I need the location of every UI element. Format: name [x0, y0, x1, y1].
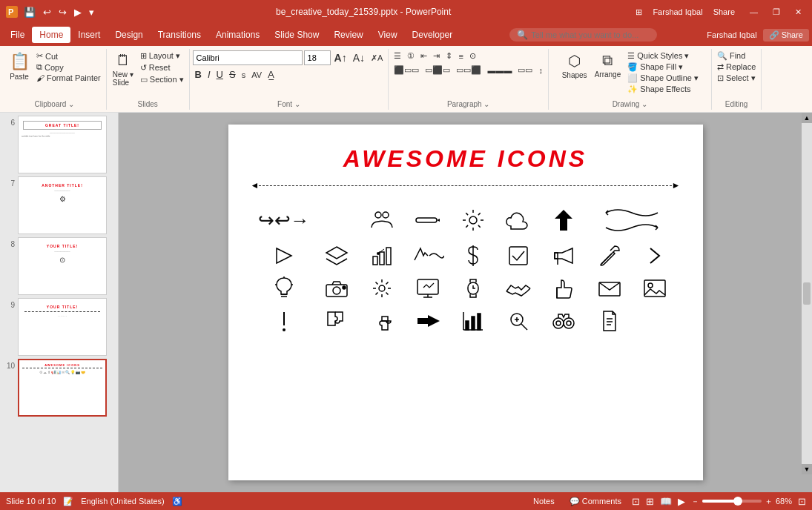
vertical-scrollbar[interactable]: ▲ ▼ [802, 113, 812, 474]
paste-button[interactable]: 📋 Paste [6, 50, 33, 82]
slide-thumb-10[interactable]: 10 AWESOME ICONS ⚙☁⬆📢📊 ✉🔍💡📷🤝 [3, 359, 115, 417]
zoom-in-icon[interactable]: ＋ [765, 496, 773, 507]
menu-file[interactable]: File [3, 27, 32, 43]
align-text-button[interactable]: ≡ [456, 51, 465, 62]
replace-button[interactable]: ⇄ Replace [715, 62, 758, 73]
numbering-button[interactable]: ① [405, 50, 417, 62]
italic-button[interactable]: I [205, 68, 213, 81]
icon-megaphone [546, 244, 582, 268]
char-spacing-button[interactable]: AV [249, 70, 264, 80]
fit-page-button[interactable]: ⊡ [798, 496, 806, 507]
find-button[interactable]: 🔍 Find [715, 50, 758, 62]
format-painter-button[interactable]: 🖌Format Painter [34, 73, 103, 83]
slide-img-7[interactable]: ANOTHER TITLE! ────────── ⚙ [18, 176, 107, 234]
text-direction-button[interactable]: ⇕ [443, 50, 455, 62]
smartart-button[interactable]: ⊙ [467, 50, 478, 62]
cut-button[interactable]: ✂Cut [34, 50, 103, 62]
new-slide-button[interactable]: 🗒 New ▾Slide [110, 50, 136, 88]
slide-canvas[interactable]: AWESOME ICONS ◄ ► ↪↩→ [228, 125, 703, 480]
decrease-font-button[interactable]: A↓ [351, 51, 367, 64]
notes-button[interactable]: Notes [529, 495, 559, 507]
font-size-input[interactable] [304, 50, 331, 65]
font-name-input[interactable] [193, 50, 303, 65]
slideshow-view-button[interactable]: ▶ [678, 496, 685, 507]
arrange-button[interactable]: ⧉ Arrange [592, 50, 624, 80]
slide-img-10[interactable]: AWESOME ICONS ⚙☁⬆📢📊 ✉🔍💡📷🤝 [18, 359, 107, 417]
undo-icon[interactable]: ↩ [42, 7, 53, 18]
minimize-button[interactable]: — [745, 6, 762, 18]
shadow-button[interactable]: s [240, 70, 248, 80]
customize-icon[interactable]: ▾ [88, 7, 96, 18]
increase-font-button[interactable]: A↑ [332, 51, 349, 64]
share-ribbon-button[interactable]: 🔗 Share [763, 29, 809, 42]
menu-slideshow[interactable]: Slide Show [267, 27, 326, 43]
menu-animations[interactable]: Animations [208, 27, 267, 43]
icon-checkbox [501, 244, 537, 268]
layout-button[interactable]: ⊞ Layout ▾ [138, 50, 186, 62]
zoom-level: 68% [776, 497, 792, 506]
reading-view-button[interactable]: 📖 [660, 496, 672, 507]
line-spacing-button[interactable]: ↕ [536, 65, 545, 76]
restore-button[interactable]: ⊞ [631, 6, 647, 19]
align-center-button[interactable]: ▭⬛▭ [423, 64, 452, 76]
shape-effects-button[interactable]: ✨ Shape Effects [625, 84, 701, 95]
svg-point-24 [343, 286, 346, 289]
section-button[interactable]: ▭ Section ▾ [138, 74, 186, 85]
justify-button[interactable]: ▬▬▬ [485, 65, 514, 76]
copy-button[interactable]: ⧉Copy [34, 62, 103, 73]
slide-img-6[interactable]: GREAT TITLE! ──────────────── subtitle t… [18, 116, 107, 173]
increase-indent-button[interactable]: ⇥ [431, 50, 442, 62]
icon-bulb [258, 276, 310, 300]
share-button[interactable]: Share [709, 6, 739, 18]
shapes-button[interactable]: ⬡ Shapes [559, 50, 590, 81]
user-account[interactable]: Farshad Iqbal [707, 30, 756, 39]
redo-icon[interactable]: ↪ [57, 7, 68, 18]
drawing-label: Drawing ⌄ [613, 100, 647, 108]
bold-button[interactable]: B [193, 68, 204, 81]
slide-thumb-7[interactable]: 7 ANOTHER TITLE! ────────── ⚙ [3, 176, 115, 234]
svg-point-35 [283, 328, 285, 331]
clipboard-group: 📋 Paste ✂Cut ⧉Copy 🖌Format Painter Clipb… [3, 49, 107, 110]
slide-img-9[interactable]: YOUR TITLE! - - - - - - - [18, 298, 107, 356]
present-icon[interactable]: ▶ [73, 7, 83, 18]
menu-insert[interactable]: Insert [70, 27, 108, 43]
zoom-out-icon[interactable]: － [691, 496, 699, 507]
quick-styles-button[interactable]: ☰ Quick Styles ▾ [625, 50, 701, 62]
slide-sorter-button[interactable]: ⊞ [646, 496, 654, 507]
menu-review[interactable]: Review [326, 27, 370, 43]
normal-view-button[interactable]: ⊡ [632, 496, 640, 507]
slide-img-8[interactable]: YOUR TITLE! ────────── ⊙ [18, 237, 107, 295]
save-icon[interactable]: 💾 [22, 7, 37, 18]
menu-design[interactable]: Design [108, 27, 150, 43]
slide-thumb-6[interactable]: 6 GREAT TITLE! ──────────────── subtitle… [3, 116, 115, 173]
shape-fill-button[interactable]: 🪣 Shape Fill ▾ [625, 62, 701, 73]
slide-thumb-9[interactable]: 9 YOUR TITLE! - - - - - - - [3, 298, 115, 356]
align-right-button[interactable]: ▭▭⬛ [454, 64, 483, 76]
icon-puzzle2 [364, 309, 400, 333]
close-button[interactable]: ✕ [790, 6, 806, 19]
reset-button[interactable]: ↺ Reset [138, 62, 186, 73]
select-button[interactable]: ⊡ Select ▾ [715, 73, 758, 84]
menu-transitions[interactable]: Transitions [151, 27, 208, 43]
menu-bar: File Home Insert Design Transitions Anim… [0, 24, 812, 46]
font-color-button[interactable]: A̲ [265, 68, 277, 81]
clear-format-button[interactable]: ✗A [369, 53, 385, 64]
align-left-button[interactable]: ⬛▭▭ [392, 64, 421, 76]
strikethrough-button[interactable]: S [227, 68, 238, 81]
underline-button[interactable]: U [214, 68, 225, 81]
maximize-button[interactable]: ❐ [768, 6, 785, 19]
icon-arrow-up [546, 205, 582, 235]
columns-button[interactable]: ▭▭ [515, 64, 535, 76]
decrease-indent-button[interactable]: ⇤ [418, 50, 429, 62]
zoom-control[interactable]: － ＋ 68% [691, 496, 792, 507]
shape-outline-button[interactable]: ⬜ Shape Outline ▾ [625, 73, 701, 84]
menu-home[interactable]: Home [32, 27, 70, 43]
search-input[interactable] [531, 30, 650, 39]
title-bar-left: P 💾 ↩ ↪ ▶ ▾ [6, 6, 96, 18]
menu-developer[interactable]: Developer [405, 27, 461, 43]
slide-thumb-8[interactable]: 8 YOUR TITLE! ────────── ⊙ [3, 237, 115, 295]
bullets-button[interactable]: ☰ [392, 50, 403, 62]
svg-rect-32 [644, 280, 665, 297]
menu-view[interactable]: View [371, 27, 405, 43]
comments-button[interactable]: 💬 Comments [565, 495, 626, 508]
